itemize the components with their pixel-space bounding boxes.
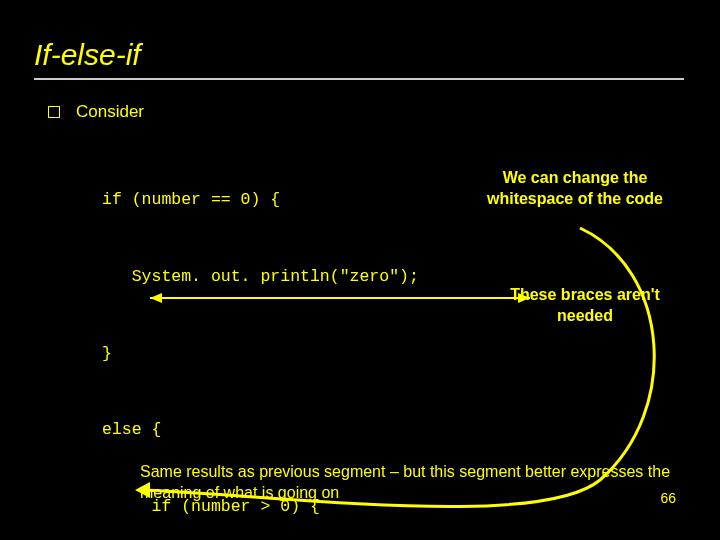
slide-title: If-else-if xyxy=(34,38,686,72)
bottom-note: Same results as previous segment – but t… xyxy=(140,462,680,504)
page-number: 66 xyxy=(660,490,676,506)
title-underline xyxy=(34,78,684,80)
code-line: else { xyxy=(102,417,686,443)
slide: If-else-if Consider if (number == 0) { S… xyxy=(0,0,720,540)
annotation-braces: These braces aren't needed xyxy=(500,285,670,327)
code-line: } xyxy=(102,341,686,367)
bullet-consider: Consider xyxy=(34,102,686,122)
annotation-whitespace: We can change the whitespace of the code xyxy=(480,168,670,210)
